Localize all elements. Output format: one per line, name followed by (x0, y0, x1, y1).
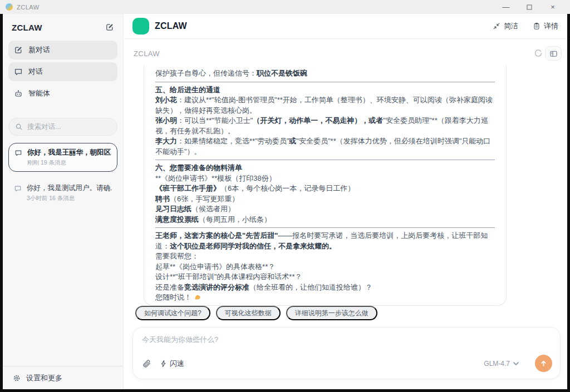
message-divider (155, 82, 495, 82)
message-line: 还是准备竞选演讲的评分标准（给全班看的，让他们知道投给谁）？ (155, 282, 495, 293)
sidebar-item-label: 新对话 (28, 45, 50, 55)
send-button[interactable] (535, 355, 552, 372)
collapse-icon (493, 22, 500, 30)
app-window: ZCLAW — × ZCLAW 新对话 对话 智能体 (0, 0, 570, 392)
settings-button[interactable]: 设置和更多 (3, 366, 123, 389)
settings-label: 设置和更多 (26, 373, 62, 383)
conversation-title: 你好，我是测试用户。请确... (27, 183, 112, 193)
panel-toggle-button[interactable] (545, 46, 562, 61)
message-line: 起草**《岗位申请书》的具体表格**？ (155, 262, 495, 272)
chevron-down-icon (512, 359, 520, 368)
header-actions: 简洁 详情 (493, 21, 558, 31)
edit-icon (14, 46, 23, 54)
chat-bubble-icon (14, 185, 22, 192)
attach-icon[interactable] (142, 359, 151, 368)
model-name: GLM-4.7 (484, 360, 510, 368)
clipboard-icon (533, 22, 540, 30)
sidebar-title: ZCLAW (12, 23, 42, 32)
peer-row: ZCLAW (124, 39, 567, 66)
sidebar-spacer (8, 207, 117, 366)
details-button[interactable]: 详情 (533, 21, 558, 31)
message-line: 设计**"班干部培训"的具体课程内容和话术**？ (155, 272, 495, 282)
conversation-item-current[interactable]: 你好，我是王丽华，朝阳区... 刚刚 19 条消息 (8, 143, 117, 172)
message-line: 见习日志纸（候选者用） (155, 204, 495, 215)
sidebar: ZCLAW 新对话 对话 智能体 你好，我 (3, 14, 124, 389)
conversation-text: 你好，我是王丽华，朝阳区... 刚刚 19 条消息 (27, 148, 111, 167)
peer-tools (534, 46, 562, 61)
conversation-item[interactable]: 你好，我是测试用户。请确... 3小时前 16 条消息 (8, 179, 117, 207)
assistant-message: 保护孩子自尊心，但传递信号：职位不是铁饭碗五、给后进生的通道刘小花：建议从**"… (144, 66, 507, 306)
quick-mode-button[interactable]: 闪速 (160, 359, 184, 369)
message-line: 满意度投票纸（每周五用，小纸条） (155, 215, 495, 225)
close-button[interactable]: × (541, 0, 564, 14)
refresh-icon[interactable] (534, 49, 543, 58)
main-panel: ZCLAW 简洁 详情 ZCLAW (124, 14, 567, 389)
message-line: 张小明：可以当**"节能小卫士"（开关灯，动作单一，不易走神），或者"安全委员助… (155, 116, 495, 136)
compose-icon[interactable] (105, 23, 114, 32)
sidebar-item-chats[interactable]: 对话 (8, 62, 117, 81)
chat-bubble-icon (14, 67, 23, 76)
maximize-button[interactable] (518, 0, 541, 14)
sidebar-item-new-chat[interactable]: 新对话 (8, 41, 117, 59)
message-divider (155, 227, 495, 228)
message-line: 您随时说！ (155, 292, 495, 303)
peer-label: ZCLAW (134, 49, 160, 58)
robot-icon (14, 89, 23, 98)
chat-bubble-icon (14, 149, 22, 157)
app-logo (132, 18, 149, 34)
message-line: 刘小花：建议从**"轮值岗-图书管理员"**开始，工作简单（整理书）、环境安静、… (155, 95, 495, 116)
message-line: 六、您需要准备的物料清单 (155, 163, 495, 173)
message-line: **《岗位申请书》**模板（打印38份） (155, 173, 495, 184)
search-box[interactable] (8, 118, 117, 136)
gear-icon (13, 374, 21, 382)
details-label: 详情 (544, 21, 558, 31)
suggestion-chips: 如何调试这个问题? 可视化这些数据 详细说明第一步该怎么做 (135, 306, 567, 320)
titlebar-app-name: ZCLAW (17, 4, 40, 11)
message-line: 聘书（6张，手写更郑重） (155, 194, 495, 205)
search-input[interactable] (27, 123, 100, 131)
composer-toolbar: 闪速 GLM-4.7 (142, 355, 552, 372)
muscle-emoji-icon (194, 293, 202, 301)
minimize-button[interactable]: — (494, 0, 518, 14)
window-frame: ZCLAW 新对话 对话 智能体 你好，我 (0, 14, 570, 392)
message-line: 王老师，这套方案的核心是"先苦后甜"——报名时要写承诺，当选后要培训，上岗后要考… (155, 231, 495, 251)
message-divider (155, 160, 495, 160)
conversation-title: 你好，我是王丽华，朝阳区... (27, 148, 111, 157)
chat-title: ZCLAW (155, 21, 187, 31)
sidebar-item-agents[interactable]: 智能体 (8, 84, 117, 103)
message-line: 保护孩子自尊心，但传递信号：职位不是铁饭碗 (155, 68, 495, 79)
suggestion-chip[interactable]: 如何调试这个问题? (135, 306, 210, 320)
search-icon (15, 123, 23, 131)
chat-scroll-area[interactable]: ZCLAW 保护孩子自尊心，但传递信号：职位不是铁饭碗五、给后进生的通道刘小花：… (124, 39, 567, 306)
sidebar-item-label: 对话 (28, 67, 43, 77)
lightning-icon (160, 360, 168, 368)
window-controls: — × (494, 0, 564, 14)
message-input[interactable] (142, 335, 552, 344)
message-line: 《班干部工作手册》（6本，每个核心岗一本，记录每日工作） (155, 183, 495, 194)
suggestion-chip[interactable]: 可视化这些数据 (216, 306, 281, 320)
compact-mode-label: 简洁 (504, 21, 518, 31)
sidebar-header: ZCLAW (8, 14, 117, 41)
message-line: 李大力：如果情绪稳定，竞选**"劳动委员"或"安全委员"**（发挥体力优势，但必… (155, 136, 495, 157)
app-icon (6, 3, 13, 11)
conversation-meta: 3小时前 16 条消息 (27, 195, 112, 202)
quick-mode-label: 闪速 (170, 359, 184, 369)
sidebar-item-label: 智能体 (28, 88, 50, 98)
model-selector[interactable]: GLM-4.7 (484, 359, 520, 368)
bottom-spacer (124, 379, 567, 389)
conversation-meta: 刚刚 19 条消息 (27, 159, 111, 167)
composer: 闪速 GLM-4.7 (132, 327, 561, 379)
message-line: 需要我帮您： (155, 251, 495, 262)
titlebar: ZCLAW — × (0, 0, 570, 14)
compact-mode-button[interactable]: 简洁 (493, 21, 518, 31)
suggestion-chip[interactable]: 详细说明第一步该怎么做 (286, 306, 377, 320)
chat-header: ZCLAW 简洁 详情 (124, 14, 567, 39)
conversation-text: 你好，我是测试用户。请确... 3小时前 16 条消息 (27, 183, 112, 202)
message-line: 五、给后进生的通道 (155, 85, 495, 96)
